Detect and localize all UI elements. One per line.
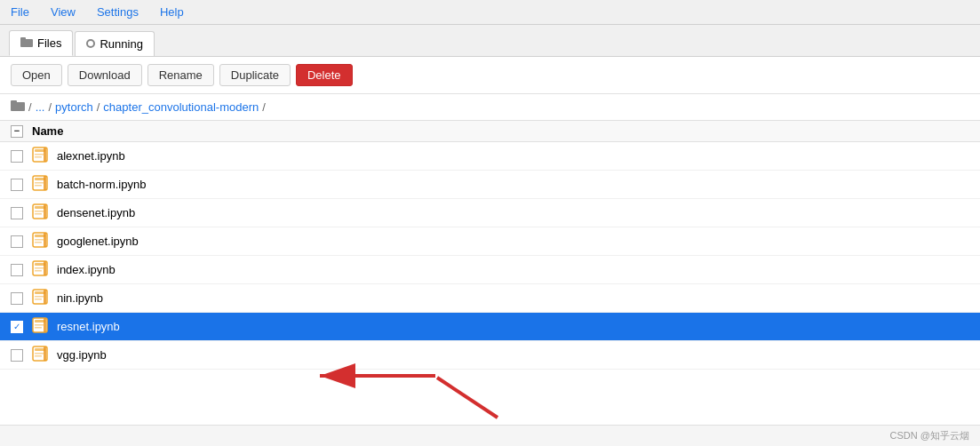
file-name: index.ipynb [57, 263, 969, 276]
svg-rect-9 [44, 147, 46, 162]
notebook-icon [32, 260, 48, 279]
svg-rect-33 [35, 299, 42, 300]
file-checkbox[interactable] [11, 321, 23, 333]
table-row[interactable]: batch-norm.ipynb [0, 171, 980, 199]
breadcrumb: / ... / pytorch / chapter_convolutional-… [0, 94, 980, 121]
breadcrumb-folder-icon [11, 100, 25, 115]
notebook-icon [32, 175, 48, 194]
rename-button[interactable]: Rename [147, 64, 214, 86]
download-button[interactable]: Download [68, 64, 142, 86]
svg-rect-29 [44, 261, 46, 275]
file-rows-container: alexnet.ipynb batch-norm.ipynb densenet.… [0, 142, 980, 370]
file-checkbox[interactable] [11, 235, 23, 248]
circle-icon [86, 37, 95, 51]
toolbar: Open Download Rename Duplicate Delete [0, 57, 980, 94]
svg-rect-7 [35, 154, 44, 155]
breadcrumb-sep-4: / [262, 100, 266, 114]
table-row[interactable]: nin.ipynb [0, 284, 980, 313]
file-name: batch-norm.ipynb [57, 178, 969, 191]
svg-rect-43 [35, 355, 42, 357]
file-checkbox[interactable] [11, 207, 23, 219]
table-row[interactable]: vgg.ipynb [0, 341, 980, 370]
notebook-icon [32, 346, 48, 364]
delete-button[interactable]: Delete [296, 64, 353, 86]
notebook-icon [32, 203, 48, 222]
file-name: nin.ipynb [57, 291, 969, 305]
main-container: Files Running Open Download Rename Dupli… [0, 25, 980, 446]
svg-rect-44 [44, 346, 46, 361]
table-row[interactable]: alexnet.ipynb [0, 142, 980, 171]
file-name: alexnet.ipynb [57, 149, 969, 163]
notebook-icon [32, 317, 48, 336]
menu-help[interactable]: Help [156, 4, 187, 20]
breadcrumb-sep-3: / [97, 100, 100, 114]
file-name: resnet.ipynb [57, 320, 969, 333]
notebook-icon [32, 232, 48, 251]
svg-rect-8 [35, 156, 42, 158]
svg-rect-28 [35, 270, 42, 272]
svg-rect-17 [35, 211, 44, 212]
svg-rect-12 [35, 182, 44, 184]
breadcrumb-sep-2: / [48, 100, 52, 114]
menu-view[interactable]: View [47, 4, 79, 20]
tabs-row: Files Running [0, 25, 980, 57]
svg-rect-38 [35, 327, 42, 329]
file-checkbox[interactable] [11, 264, 23, 276]
menu-bar: File View Settings Help [0, 0, 980, 25]
svg-rect-39 [44, 318, 46, 332]
footer: CSDN @知乎云烟 [0, 425, 980, 446]
name-column-header: Name [32, 124, 63, 138]
svg-rect-18 [35, 213, 42, 215]
breadcrumb-ellipsis[interactable]: ... [36, 100, 45, 114]
table-row[interactable]: resnet.ipynb [0, 313, 980, 341]
svg-rect-14 [44, 176, 46, 190]
svg-rect-19 [44, 204, 46, 219]
breadcrumb-pytorch[interactable]: pytorch [55, 100, 93, 114]
header-checkbox[interactable] [11, 125, 23, 138]
breadcrumb-sep-1: / [28, 100, 32, 114]
tab-files-label: Files [37, 36, 61, 50]
table-row[interactable]: densenet.ipynb [0, 199, 980, 227]
svg-rect-32 [35, 296, 44, 298]
menu-file[interactable]: File [7, 4, 33, 20]
file-checkbox[interactable] [11, 292, 23, 305]
open-button[interactable]: Open [11, 64, 62, 86]
svg-rect-37 [35, 324, 44, 326]
svg-rect-1 [20, 37, 26, 41]
svg-rect-27 [35, 267, 44, 269]
tab-files[interactable]: Files [9, 30, 73, 56]
file-checkbox[interactable] [11, 150, 23, 163]
folder-icon [20, 36, 33, 50]
file-list: Name alexnet.ipynb batch-norm.ipynb dens… [0, 121, 980, 425]
svg-rect-4 [11, 100, 17, 104]
breadcrumb-chapter[interactable]: chapter_convolutional-modern [103, 100, 259, 114]
file-checkbox[interactable] [11, 349, 23, 362]
duplicate-button[interactable]: Duplicate [219, 64, 291, 86]
svg-rect-22 [35, 239, 44, 241]
file-checkbox[interactable] [11, 179, 23, 191]
file-name: googlenet.ipynb [57, 235, 969, 248]
svg-rect-42 [35, 353, 44, 354]
file-name: densenet.ipynb [57, 206, 969, 219]
table-row[interactable]: googlenet.ipynb [0, 227, 980, 256]
svg-rect-34 [44, 290, 46, 304]
notebook-icon [32, 289, 48, 307]
svg-rect-13 [35, 185, 42, 187]
footer-text: CSDN @知乎云烟 [890, 429, 969, 442]
menu-settings[interactable]: Settings [93, 4, 142, 20]
svg-point-2 [87, 40, 94, 47]
tab-running-label: Running [100, 37, 142, 51]
tab-running[interactable]: Running [75, 31, 154, 56]
table-row[interactable]: index.ipynb [0, 256, 980, 284]
file-list-header: Name [0, 121, 980, 142]
svg-rect-24 [44, 233, 46, 247]
notebook-icon [32, 147, 48, 165]
svg-rect-23 [35, 242, 42, 243]
file-name: vgg.ipynb [57, 348, 969, 362]
